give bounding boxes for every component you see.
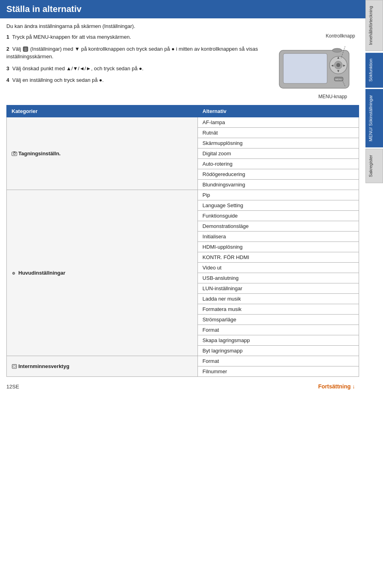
step-4: 4 Välj en inställning och tryck sedan på… [6,76,263,84]
page-title: Ställa in alternativ [0,0,365,18]
alternative-cell: Ladda ner musik [197,294,359,304]
main-content: Ställa in alternativ Du kan ändra instäl… [0,0,365,398]
alternative-cell: HDMI-upplösning [197,242,359,252]
table-header-alternativ: Alternativ [197,105,359,117]
alternative-cell: Language Setting [197,200,359,211]
category-cell: Internminnesverktyg [7,356,198,377]
step-2-number: 2 [6,46,9,52]
alternative-cell: Format [197,356,359,366]
svg-text:▼: ▼ [337,69,340,73]
tab-sokinstallningar[interactable]: MENU/ Sökinställningar [365,89,383,147]
svg-text:▲: ▲ [337,55,340,59]
tab-innehallsforteckning[interactable]: Innehållsförteckning [365,0,383,51]
alternative-cell: Skärmupplösning [197,138,359,148]
tab-sokfunktion[interactable]: Sökfunktion [365,53,383,87]
svg-point-13 [332,48,342,52]
alternative-cell: Demonstrationsläge [197,221,359,232]
alternative-cell: Formatera musik [197,304,359,315]
right-sidebar: Innehållsförteckning Sökfunktion MENU/ S… [365,0,383,588]
step-3: 3 Välj önskad punkt med ▲/▼/◄/►, och try… [6,65,263,73]
alternative-cell: Format [197,325,359,335]
alternative-cell: KONTR. FÖR HDMI [197,252,359,263]
tab-sakregister[interactable]: Sakregister [365,149,383,183]
svg-text:⚙: ⚙ [12,271,15,275]
svg-point-19 [16,152,16,153]
alternative-cell: Initialisera [197,232,359,242]
camera-label-top: Kontrollknapp [326,33,355,39]
alternative-cell: Filnummer [197,366,359,377]
step-3-number: 3 [6,65,9,71]
menu-table: Kategorier Alternativ Tagningsinställn.A… [6,105,359,377]
category-cell: Tagningsinställn. [7,117,198,190]
step-2: 2 Välj ☰ (Inställningar) med ▼ på kontro… [6,45,263,61]
alternative-cell: USB-anslutning [197,273,359,283]
camera-label-bottom: MENU-knapp [318,94,347,99]
page-footer: 12SE Fortsättning ↓ [6,383,359,390]
alternative-cell: LUN-inställningar [197,283,359,294]
table-header-kategorier: Kategorier [7,105,198,117]
alternative-cell: Funktionsguide [197,211,359,221]
alternative-cell: Blundningsvarning [197,180,359,190]
camera-svg: ▲ ▼ ◄ ► MENU [275,40,355,92]
page-number: 12SE [6,384,19,390]
svg-rect-18 [13,152,16,152]
step-4-number: 4 [6,77,9,83]
step-1: 1 Tryck på MENU-knappen för att visa men… [6,33,263,41]
svg-point-17 [14,153,16,155]
svg-text:☰: ☰ [24,48,27,51]
continuation-link[interactable]: Fortsättning ↓ [318,383,355,390]
camera-illustration: Kontrollknapp ▲ ▼ ◄ ► MENU [271,33,359,99]
alternative-cell: Rutnät [197,128,359,138]
steps-section: 1 Tryck på MENU-knappen för att visa men… [6,33,263,88]
svg-rect-3 [283,53,327,83]
svg-point-10 [336,63,340,67]
alternative-cell: Strömsparläge [197,315,359,325]
alternative-cell: Byt lagringsmapp [197,346,359,356]
svg-rect-22 [13,366,16,367]
svg-rect-21 [12,364,16,368]
category-cell: ⚙Huvudinställningar [7,190,198,356]
alternative-cell: Skapa lagringsmapp [197,335,359,346]
svg-text:►: ► [343,63,346,67]
svg-text:MENU: MENU [335,78,342,81]
alternative-cell: Rödögereducering [197,169,359,180]
alternative-cell: Digital zoom [197,148,359,159]
alternative-cell: Pip [197,190,359,200]
step-1-number: 1 [6,34,9,40]
svg-text:◄: ◄ [331,63,334,67]
intro-text: Du kan ändra inställningarna på skärmen … [6,23,359,29]
alternative-cell: Video ut [197,263,359,273]
alternative-cell: AF-lampa [197,117,359,128]
alternative-cell: Auto-rotering [197,159,359,169]
steps-and-image-section: 1 Tryck på MENU-knappen för att visa men… [6,33,359,99]
